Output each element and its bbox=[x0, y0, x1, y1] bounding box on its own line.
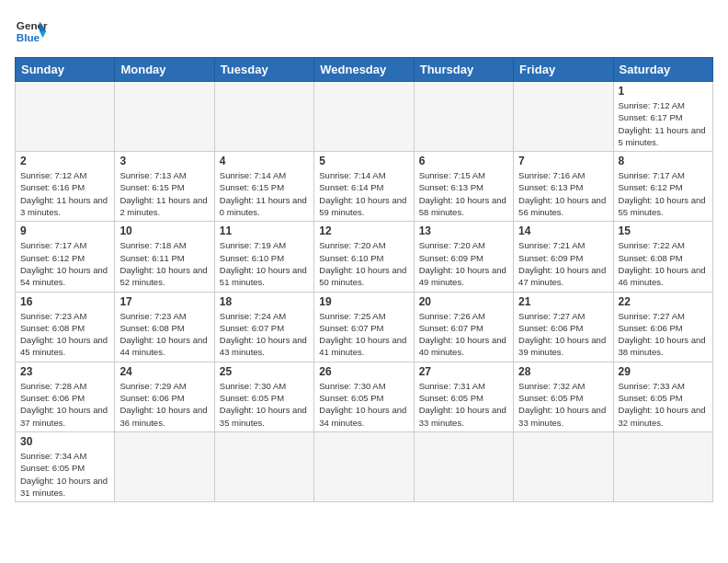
day-info: Sunrise: 7:23 AM Sunset: 6:08 PM Dayligh… bbox=[20, 310, 109, 359]
calendar-cell: 3Sunrise: 7:13 AM Sunset: 6:15 PM Daylig… bbox=[115, 152, 214, 222]
calendar-cell: 24Sunrise: 7:29 AM Sunset: 6:06 PM Dayli… bbox=[115, 362, 214, 431]
day-info: Sunrise: 7:17 AM Sunset: 6:12 PM Dayligh… bbox=[619, 169, 708, 218]
calendar-cell: 15Sunrise: 7:22 AM Sunset: 6:08 PM Dayli… bbox=[613, 222, 712, 292]
calendar-cell: 20Sunrise: 7:26 AM Sunset: 6:07 PM Dayli… bbox=[414, 292, 513, 362]
day-number: 25 bbox=[220, 365, 309, 378]
day-number: 18 bbox=[220, 295, 309, 308]
calendar-cell: 12Sunrise: 7:20 AM Sunset: 6:10 PM Dayli… bbox=[314, 222, 414, 292]
day-number: 14 bbox=[518, 224, 608, 237]
calendar-cell: 8Sunrise: 7:17 AM Sunset: 6:12 PM Daylig… bbox=[613, 152, 712, 222]
calendar-cell: 7Sunrise: 7:16 AM Sunset: 6:13 PM Daylig… bbox=[514, 152, 613, 222]
day-header-sunday: Sunday bbox=[16, 58, 115, 82]
calendar-cell: 21Sunrise: 7:27 AM Sunset: 6:06 PM Dayli… bbox=[514, 292, 613, 362]
calendar-cell: 10Sunrise: 7:18 AM Sunset: 6:11 PM Dayli… bbox=[115, 222, 214, 292]
day-info: Sunrise: 7:34 AM Sunset: 6:05 PM Dayligh… bbox=[20, 450, 109, 499]
day-info: Sunrise: 7:27 AM Sunset: 6:06 PM Dayligh… bbox=[619, 310, 708, 359]
calendar-cell bbox=[214, 431, 313, 501]
day-number: 19 bbox=[319, 295, 408, 308]
calendar-cell: 30Sunrise: 7:34 AM Sunset: 6:05 PM Dayli… bbox=[16, 431, 115, 501]
day-number: 7 bbox=[518, 155, 608, 167]
day-number: 12 bbox=[319, 224, 408, 237]
day-number: 3 bbox=[119, 155, 209, 167]
calendar-cell bbox=[115, 82, 214, 152]
day-number: 10 bbox=[119, 224, 209, 237]
day-info: Sunrise: 7:29 AM Sunset: 6:06 PM Dayligh… bbox=[119, 380, 209, 429]
day-number: 2 bbox=[20, 155, 109, 167]
day-number: 30 bbox=[20, 435, 109, 448]
day-header-thursday: Thursday bbox=[414, 58, 513, 82]
calendar-cell: 2Sunrise: 7:12 AM Sunset: 6:16 PM Daylig… bbox=[16, 152, 115, 222]
day-number: 5 bbox=[319, 155, 408, 167]
day-info: Sunrise: 7:30 AM Sunset: 6:05 PM Dayligh… bbox=[220, 380, 309, 429]
day-number: 28 bbox=[518, 365, 608, 378]
day-number: 4 bbox=[220, 155, 309, 167]
day-info: Sunrise: 7:25 AM Sunset: 6:07 PM Dayligh… bbox=[319, 310, 408, 359]
day-info: Sunrise: 7:12 AM Sunset: 6:17 PM Dayligh… bbox=[619, 99, 708, 148]
svg-text:Blue: Blue bbox=[17, 31, 40, 43]
day-number: 23 bbox=[20, 365, 109, 378]
day-header-wednesday: Wednesday bbox=[314, 58, 414, 82]
calendar-cell bbox=[613, 431, 712, 501]
calendar-cell bbox=[16, 82, 115, 152]
calendar-cell: 14Sunrise: 7:21 AM Sunset: 6:09 PM Dayli… bbox=[514, 222, 613, 292]
calendar-cell: 1Sunrise: 7:12 AM Sunset: 6:17 PM Daylig… bbox=[613, 82, 712, 152]
day-number: 24 bbox=[119, 365, 209, 378]
day-number: 15 bbox=[619, 224, 708, 237]
calendar-cell: 18Sunrise: 7:24 AM Sunset: 6:07 PM Dayli… bbox=[214, 292, 313, 362]
day-number: 29 bbox=[619, 365, 708, 378]
calendar-cell bbox=[414, 431, 513, 501]
calendar-cell: 25Sunrise: 7:30 AM Sunset: 6:05 PM Dayli… bbox=[214, 362, 313, 431]
calendar-cell: 5Sunrise: 7:14 AM Sunset: 6:14 PM Daylig… bbox=[314, 152, 414, 222]
day-info: Sunrise: 7:30 AM Sunset: 6:05 PM Dayligh… bbox=[319, 380, 408, 429]
day-number: 26 bbox=[319, 365, 408, 378]
day-info: Sunrise: 7:32 AM Sunset: 6:05 PM Dayligh… bbox=[518, 380, 608, 429]
day-number: 27 bbox=[419, 365, 508, 378]
day-header-saturday: Saturday bbox=[613, 58, 712, 82]
day-info: Sunrise: 7:14 AM Sunset: 6:14 PM Dayligh… bbox=[319, 169, 408, 218]
calendar-cell: 17Sunrise: 7:23 AM Sunset: 6:08 PM Dayli… bbox=[115, 292, 214, 362]
day-info: Sunrise: 7:20 AM Sunset: 6:09 PM Dayligh… bbox=[419, 239, 508, 288]
day-info: Sunrise: 7:33 AM Sunset: 6:05 PM Dayligh… bbox=[619, 380, 708, 429]
day-number: 13 bbox=[419, 224, 508, 237]
calendar-cell: 4Sunrise: 7:14 AM Sunset: 6:15 PM Daylig… bbox=[214, 152, 313, 222]
day-info: Sunrise: 7:23 AM Sunset: 6:08 PM Dayligh… bbox=[119, 310, 209, 359]
calendar-cell bbox=[514, 82, 613, 152]
page-header: General Blue bbox=[15, 15, 713, 48]
day-info: Sunrise: 7:15 AM Sunset: 6:13 PM Dayligh… bbox=[419, 169, 508, 218]
day-info: Sunrise: 7:13 AM Sunset: 6:15 PM Dayligh… bbox=[119, 169, 209, 218]
day-header-friday: Friday bbox=[514, 58, 613, 82]
day-number: 21 bbox=[518, 295, 608, 308]
day-info: Sunrise: 7:20 AM Sunset: 6:10 PM Dayligh… bbox=[319, 239, 408, 288]
day-info: Sunrise: 7:31 AM Sunset: 6:05 PM Dayligh… bbox=[419, 380, 508, 429]
day-info: Sunrise: 7:17 AM Sunset: 6:12 PM Dayligh… bbox=[20, 239, 109, 288]
calendar-cell: 16Sunrise: 7:23 AM Sunset: 6:08 PM Dayli… bbox=[16, 292, 115, 362]
day-number: 22 bbox=[619, 295, 708, 308]
svg-marker-3 bbox=[40, 31, 46, 38]
calendar-cell: 28Sunrise: 7:32 AM Sunset: 6:05 PM Dayli… bbox=[514, 362, 613, 431]
day-header-tuesday: Tuesday bbox=[214, 58, 313, 82]
calendar-cell bbox=[514, 431, 613, 501]
calendar-cell bbox=[314, 431, 414, 501]
calendar-cell: 22Sunrise: 7:27 AM Sunset: 6:06 PM Dayli… bbox=[613, 292, 712, 362]
calendar-cell: 11Sunrise: 7:19 AM Sunset: 6:10 PM Dayli… bbox=[214, 222, 313, 292]
calendar-cell: 29Sunrise: 7:33 AM Sunset: 6:05 PM Dayli… bbox=[613, 362, 712, 431]
day-number: 9 bbox=[20, 224, 109, 237]
day-info: Sunrise: 7:12 AM Sunset: 6:16 PM Dayligh… bbox=[20, 169, 109, 218]
calendar-cell bbox=[115, 431, 214, 501]
day-info: Sunrise: 7:27 AM Sunset: 6:06 PM Dayligh… bbox=[518, 310, 608, 359]
calendar-cell: 9Sunrise: 7:17 AM Sunset: 6:12 PM Daylig… bbox=[16, 222, 115, 292]
calendar-cell bbox=[314, 82, 414, 152]
day-info: Sunrise: 7:22 AM Sunset: 6:08 PM Dayligh… bbox=[619, 239, 708, 288]
day-info: Sunrise: 7:18 AM Sunset: 6:11 PM Dayligh… bbox=[119, 239, 209, 288]
calendar-header: SundayMondayTuesdayWednesdayThursdayFrid… bbox=[16, 58, 713, 82]
logo-icon: General Blue bbox=[15, 15, 48, 48]
calendar-table: SundayMondayTuesdayWednesdayThursdayFrid… bbox=[15, 57, 713, 502]
calendar-cell bbox=[414, 82, 513, 152]
calendar-cell: 13Sunrise: 7:20 AM Sunset: 6:09 PM Dayli… bbox=[414, 222, 513, 292]
day-number: 6 bbox=[419, 155, 508, 167]
day-info: Sunrise: 7:19 AM Sunset: 6:10 PM Dayligh… bbox=[220, 239, 309, 288]
calendar-cell: 23Sunrise: 7:28 AM Sunset: 6:06 PM Dayli… bbox=[16, 362, 115, 431]
calendar-cell: 6Sunrise: 7:15 AM Sunset: 6:13 PM Daylig… bbox=[414, 152, 513, 222]
day-info: Sunrise: 7:28 AM Sunset: 6:06 PM Dayligh… bbox=[20, 380, 109, 429]
day-number: 11 bbox=[220, 224, 309, 237]
